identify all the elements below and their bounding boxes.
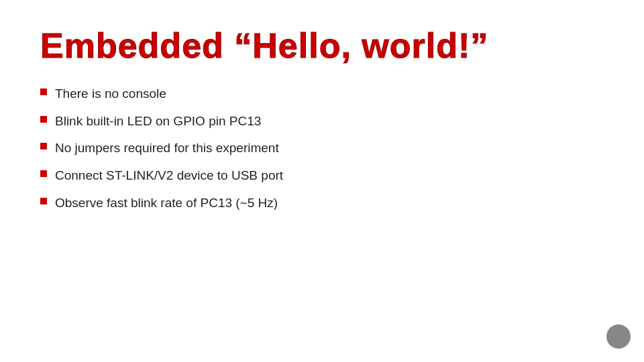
slide: Embedded “Hello, world!” There is no con… [0,0,644,362]
bullet-icon [40,170,47,177]
list-item: Observe fast blink rate of PC13 (~5 Hz) [40,194,604,213]
list-item: Blink built-in LED on GPIO pin PC13 [40,113,604,131]
bullet-icon [40,198,47,204]
list-item: There is no console [40,85,604,103]
bullet-list: There is no console Blink built-in LED o… [40,85,604,212]
list-item: No jumpers required for this experiment [40,139,604,158]
bullet-text: There is no console [55,85,166,103]
slide-title: Embedded “Hello, world!” [40,27,604,65]
bullet-icon [40,143,47,149]
bullet-icon [40,116,47,123]
bullet-text: Connect ST-LINK/V2 device to USB port [55,167,283,185]
bullet-text: No jumpers required for this experiment [55,139,279,158]
next-button[interactable] [606,324,631,349]
bullet-icon [40,88,47,95]
bullet-text: Blink built-in LED on GPIO pin PC13 [55,113,261,131]
bullet-text: Observe fast blink rate of PC13 (~5 Hz) [55,194,278,213]
list-item: Connect ST-LINK/V2 device to USB port [40,167,604,185]
